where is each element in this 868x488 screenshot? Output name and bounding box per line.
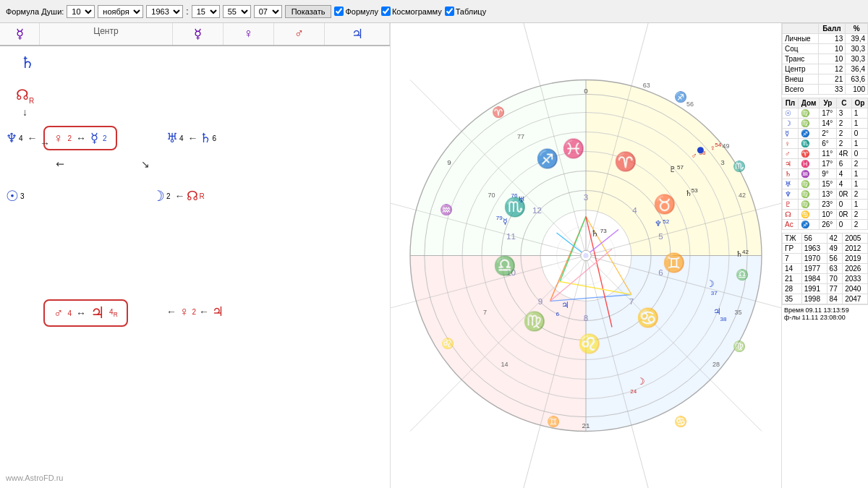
svg-text:♐: ♐ — [674, 90, 687, 103]
svg-text:42: 42 — [742, 249, 749, 255]
planet-c: 3 — [836, 108, 851, 119]
svg-text:14: 14 — [501, 361, 508, 368]
svg-text:3: 3 — [584, 192, 589, 202]
svg-text:♈: ♈ — [614, 150, 637, 173]
planet-row: ☊ ♋ 10° 0R 2 — [783, 210, 868, 220]
svg-text:73: 73 — [600, 228, 607, 234]
planet-ur: 14° — [820, 119, 837, 129]
cb-formula-input[interactable] — [334, 7, 344, 16]
svg-text:52: 52 — [663, 218, 669, 225]
svg-text:79: 79 — [496, 215, 503, 221]
svg-text:♌: ♌ — [578, 333, 601, 355]
planet-row: ☽ ♍ 14° 2 1 — [783, 119, 868, 129]
lc-v1: 56 — [801, 234, 827, 244]
planet-or: 2 — [851, 210, 867, 220]
hour-select[interactable]: 15 — [192, 5, 220, 18]
cb-cosmogram-label: Космограмму — [392, 7, 442, 16]
score-value: 10 — [818, 54, 846, 64]
col-h-5: ♃ — [325, 23, 390, 45]
svg-text:♎: ♎ — [493, 254, 516, 277]
planet-dom: ♍ — [798, 189, 819, 200]
planet-ur: 6° — [820, 139, 837, 149]
bottom-right-planets: ← ♀2 ← ♃ — [166, 304, 224, 320]
minute-select[interactable]: 55 — [223, 5, 251, 18]
svg-text:35: 35 — [735, 309, 742, 316]
cb-table-input[interactable] — [445, 7, 454, 16]
planet-dom: ♍ — [798, 108, 819, 119]
lc-label: 14 — [783, 264, 802, 274]
second-select[interactable]: 07 — [254, 5, 282, 18]
svg-text:49: 49 — [722, 142, 729, 150]
formula-time-label: ф-лы 11.11 23:08:00 — [784, 314, 866, 321]
svg-text:38: 38 — [720, 316, 726, 322]
lc-v3: 2012 — [843, 244, 868, 254]
ph-or: Ор — [851, 98, 867, 108]
planet-or: 1 — [851, 169, 867, 179]
lifecycle-table: ТЖ 56 42 2005ГР 1963 49 20127 1970 56 20… — [782, 233, 868, 304]
cosmogram-area: 0 3 21 9 63 56 49 42 35 28 14 7 70 77 3 … — [391, 23, 781, 488]
planet-ur: 15° — [820, 179, 837, 189]
col-h-center: Центр — [40, 23, 173, 45]
score-pct: 30,3 — [846, 54, 868, 64]
svg-text:56: 56 — [686, 100, 694, 108]
svg-text:37: 37 — [711, 290, 718, 296]
score-pct: 39,4 — [846, 34, 868, 44]
planet-c: 6 — [836, 159, 851, 169]
planet-c: 2 — [836, 139, 851, 149]
planet-row: ☉ ♍ 17° 3 1 — [783, 108, 868, 119]
svg-text:♐: ♐ — [536, 147, 559, 170]
score-label: Соц — [783, 44, 819, 54]
lifecycle-row: 7 1970 56 2019 — [783, 254, 868, 264]
svg-text:♏: ♏ — [733, 160, 746, 173]
planet-dom: ♋ — [798, 210, 819, 220]
svg-text:♌: ♌ — [441, 337, 454, 350]
svg-text:70: 70 — [488, 192, 495, 199]
diag-arrow-2: ↘ — [141, 158, 150, 170]
lc-v1: 1991 — [801, 284, 827, 294]
score-value: 12 — [818, 64, 846, 74]
left-panel: ☿ Центр ☿ ♀ ♂ ♃ ♄ ☊R ↓ ♀2 ↔ ☿2 — [0, 23, 391, 488]
planet-ur: 11° — [820, 149, 837, 159]
planet-row: Ac ♐ 26° 0 2 — [783, 220, 868, 230]
lc-v2: 49 — [827, 244, 843, 254]
day-select[interactable]: 10 — [67, 5, 95, 18]
svg-text:28: 28 — [712, 361, 720, 368]
planet-row: ☿ ♐ 2° 2 0 — [783, 129, 868, 139]
col-h-0: ☿ — [0, 23, 40, 45]
svg-text:3: 3 — [720, 158, 725, 166]
year-select[interactable]: 1963 — [146, 5, 183, 18]
col-h-3: ♀ — [224, 23, 274, 45]
month-select[interactable]: ноября — [98, 5, 143, 18]
planet-symbol: ♅ — [783, 179, 799, 189]
lc-v2: 56 — [827, 254, 843, 264]
main-content: ☿ Центр ☿ ♀ ♂ ♃ ♄ ☊R ↓ ♀2 ↔ ☿2 — [0, 23, 868, 488]
stats-panel: Балл % Личные 13 39,4Соц 10 30,3Транс 10… — [781, 23, 868, 488]
time-label: Время 09.11 13:13:59 — [784, 307, 866, 314]
cb-cosmogram-input[interactable] — [381, 7, 391, 16]
planet-c: 2 — [836, 119, 851, 129]
lifecycle-row: 21 1984 70 2033 — [783, 274, 868, 284]
score-row: Соц 10 30,3 — [783, 44, 868, 54]
col-header-pct: % — [846, 24, 868, 34]
checkbox-formula: Формулу — [334, 7, 378, 16]
lc-label: 35 — [783, 294, 802, 304]
svg-text:7: 7 — [629, 296, 634, 306]
lc-v1: 1963 — [801, 244, 827, 254]
score-label: Центр — [783, 64, 819, 74]
planet-row: ♇ ♍ 23° 0 1 — [783, 200, 868, 210]
lc-v3: 2033 — [843, 274, 868, 284]
cosmogram-svg: 0 3 21 9 63 56 49 42 35 28 14 7 70 77 3 … — [391, 23, 781, 488]
svg-text:♋: ♋ — [637, 307, 660, 329]
lc-label: 21 — [783, 274, 802, 284]
svg-text:♄: ♄ — [591, 228, 599, 238]
planet-ur: 26° — [820, 220, 837, 230]
show-button[interactable]: Показать — [285, 5, 332, 18]
planet-dom: ♈ — [798, 149, 819, 159]
svg-text:♂: ♂ — [692, 151, 697, 160]
col-h-4: ♂ — [274, 23, 325, 45]
svg-text:♍: ♍ — [523, 310, 546, 333]
score-value: 21 — [818, 74, 846, 85]
lifecycle-row: 35 1998 84 2047 — [783, 294, 868, 304]
score-pct: 63,6 — [846, 74, 868, 85]
checkbox-table: Таблицу — [445, 7, 487, 16]
